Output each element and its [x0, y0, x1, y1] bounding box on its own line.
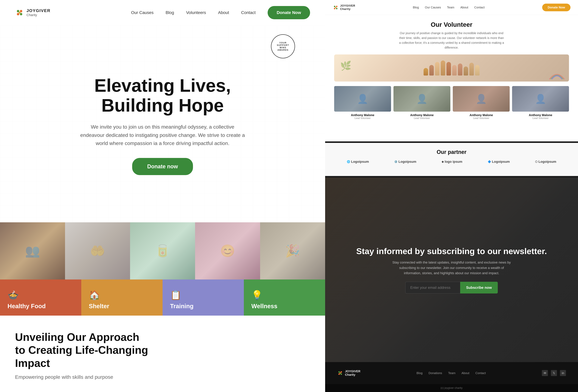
categories-bar: 🍲 Healthy Food 🏠 Shelter 📋 Training 💡 We… [0, 279, 325, 316]
hero-description: We invite you to join us on this meaning… [80, 123, 245, 147]
leaf-decoration: 🌿 [340, 60, 351, 71]
photo-strip-4: 😊 [195, 222, 260, 279]
newsletter-submit-button[interactable]: Subscribe now [460, 282, 498, 294]
right-nav-links: Blog Our Causes Team About Contact [413, 6, 485, 9]
right-volunteer-page: JOYGIVERCharity Blog Our Causes Team Abo… [325, 0, 578, 141]
hero-badge: YOURSUPPORTWINSAWARDS [271, 34, 295, 58]
right-logo: JOYGIVERCharity [333, 4, 355, 11]
volunteer-photo-1: 👤 [334, 86, 391, 112]
svg-point-13 [340, 373, 342, 375]
hands-visual [424, 60, 480, 76]
category-shelter[interactable]: 🏠 Shelter [81, 279, 163, 316]
volunteer-photo-4: 👤 [512, 86, 569, 112]
right-nav-team[interactable]: Team [447, 6, 454, 9]
footer-logo-icon [337, 370, 343, 376]
svg-point-6 [336, 6, 337, 7]
footer-link-about[interactable]: About [462, 371, 469, 375]
footer-copyright: (c) joygiver charity [325, 384, 578, 392]
svg-point-5 [334, 6, 335, 7]
photo-strip-3: 🥫 [130, 222, 195, 279]
volunteer-card-2: 👤 Anthony Malone Lead Volunteer [393, 86, 450, 120]
logo-subtitle: Charity [27, 13, 50, 17]
bottom-subtitle: Empowering people with skills and purpos… [15, 374, 136, 380]
hero-donate-button[interactable]: Donate now [132, 158, 193, 175]
svg-point-3 [20, 13, 22, 15]
footer-link-contact[interactable]: Contact [475, 371, 486, 375]
nav-our-causes[interactable]: Our Causes [131, 10, 153, 15]
social-twitter-icon[interactable]: 𝕏 [551, 370, 557, 376]
bottom-section: Unveiling Our Approach to Creating Life-… [0, 316, 325, 392]
nav-contact[interactable]: Contact [241, 10, 256, 15]
partner-logo-1: 🌐 Logoipsum [347, 160, 369, 164]
right-logo-text: JOYGIVERCharity [340, 4, 355, 11]
footer-link-donations[interactable]: Donations [429, 371, 442, 375]
volunteer-card-3: 👤 Anthony Malone Lead Volunteer [453, 86, 510, 120]
footer-links: Blog Donations Team About Contact [417, 371, 486, 375]
footer-link-blog[interactable]: Blog [417, 371, 423, 375]
photo-strip-2: 🤲 [65, 222, 130, 279]
volunteer-name-2: Anthony Malone [410, 113, 434, 117]
nav-volunteers[interactable]: Volunteers [186, 10, 206, 15]
logo-icon [15, 8, 24, 17]
right-nav-contact[interactable]: Contact [474, 6, 485, 9]
svg-point-2 [17, 13, 19, 15]
right-nav-our-causes[interactable]: Our Causes [425, 6, 441, 9]
volunteer-role-1: Lead Volunteer [354, 117, 371, 120]
partner-logo-2: ⚙️ Logoipsum [394, 160, 416, 164]
donate-now-button[interactable]: Donate Now [268, 6, 310, 19]
partner-logo-5: ⬡ Logoipsum [535, 160, 556, 164]
left-panel: JOYGIVER Charity Our Causes Blog Volunte… [0, 0, 325, 392]
volunteer-photo-3: 👤 [453, 86, 510, 112]
volunteer-section: Our Volunteer Our journey of positive ch… [325, 15, 578, 124]
volunteer-hands-image: 🌿 [334, 54, 569, 82]
newsletter-title: Stay informed by subscribing to our news… [337, 246, 566, 256]
category-healthy-food-label: Healthy Food [7, 303, 46, 309]
category-healthy-food[interactable]: 🍲 Healthy Food [0, 279, 81, 316]
category-wellness[interactable]: 💡 Wellness [244, 279, 325, 316]
partner-logo-4: 🔷 Logoipsum [488, 160, 510, 164]
volunteer-section-title: Our Volunteer [334, 21, 569, 28]
svg-point-4 [19, 12, 20, 13]
right-bottom: Stay informed by subscribing to our news… [325, 177, 578, 392]
photo-strip-5: 🎉 [260, 222, 325, 279]
right-navbar: JOYGIVERCharity Blog Our Causes Team Abo… [325, 0, 578, 15]
newsletter-email-input[interactable] [405, 282, 460, 294]
logo-text: JOYGIVER Charity [27, 8, 50, 17]
footer-link-team[interactable]: Team [448, 371, 455, 375]
healthy-food-icon: 🍲 [7, 290, 19, 300]
volunteer-card-4: 👤 Anthony Malone Lead Volunteer [512, 86, 569, 120]
svg-point-0 [17, 10, 19, 12]
nav-blog[interactable]: Blog [166, 10, 174, 15]
social-email-icon[interactable]: ✉ [542, 370, 548, 376]
footer-logo: JOYGIVERCharity [337, 370, 360, 377]
nav-links: Our Causes Blog Volunteers About Contact… [131, 6, 310, 19]
social-linkedin-icon[interactable]: in [560, 370, 566, 376]
site-footer: JOYGIVERCharity Blog Donations Team Abou… [325, 362, 578, 384]
category-shelter-label: Shelter [89, 303, 109, 309]
hero-title: Elevating Lives, Building Hope [94, 76, 231, 115]
category-training-label: Training [170, 303, 193, 309]
partners-section: Our partner 🌐 Logoipsum ⚙️ Logoipsum ◆ l… [325, 143, 578, 176]
right-nav-blog[interactable]: Blog [413, 6, 419, 9]
svg-point-8 [336, 8, 337, 9]
volunteer-role-4: Lead Volunteer [532, 117, 549, 120]
svg-point-11 [340, 371, 342, 373]
svg-point-7 [334, 8, 335, 9]
logo-title: JOYGIVER [27, 8, 50, 13]
svg-point-10 [338, 371, 340, 373]
volunteer-grid-top: 👤 Anthony Malone Lead Volunteer 👤 Anthon… [334, 86, 569, 120]
right-logo-icon [333, 4, 339, 10]
category-training[interactable]: 📋 Training [163, 279, 244, 316]
photo-strip: 👥 🤲 🥫 😊 🎉 [0, 222, 325, 279]
footer-logo-text: JOYGIVERCharity [345, 370, 360, 377]
newsletter-section: Stay informed by subscribing to our news… [325, 177, 578, 362]
wellness-icon: 💡 [251, 290, 263, 300]
newsletter-description: Stay connected with the latest updates, … [391, 260, 512, 276]
right-donate-button[interactable]: Donate Now [542, 4, 571, 11]
svg-point-9 [335, 7, 336, 8]
navbar: JOYGIVER Charity Our Causes Blog Volunte… [0, 0, 325, 25]
volunteer-photo-2: 👤 [393, 86, 450, 112]
right-nav-about[interactable]: About [460, 6, 468, 9]
volunteer-name-4: Anthony Malone [529, 113, 552, 117]
nav-about[interactable]: About [218, 10, 229, 15]
